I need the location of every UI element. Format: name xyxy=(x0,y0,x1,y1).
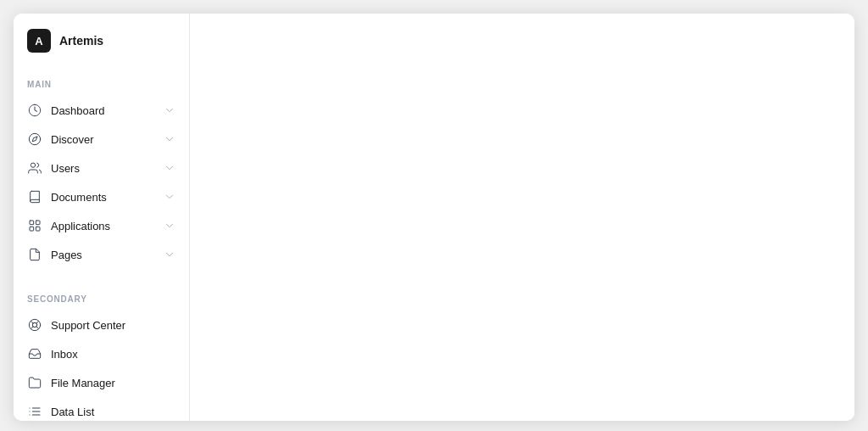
svg-rect-3 xyxy=(30,221,34,225)
app-window: A Artemis MAIN Dashboard xyxy=(14,14,854,421)
applications-icon xyxy=(27,218,42,233)
sidebar-item-inbox[interactable]: Inbox xyxy=(14,339,189,368)
file-manager-label: File Manager xyxy=(51,377,175,389)
svg-marker-1 xyxy=(32,137,37,142)
main-content xyxy=(190,14,854,421)
svg-rect-5 xyxy=(30,227,34,231)
logo-icon: A xyxy=(27,29,51,53)
discover-label: Discover xyxy=(51,133,155,146)
dashboard-label: Dashboard xyxy=(51,104,155,117)
sidebar-item-documents[interactable]: Documents xyxy=(14,182,189,211)
applications-chevron xyxy=(164,220,175,232)
sidebar-item-pages[interactable]: Pages xyxy=(14,240,189,269)
dashboard-chevron xyxy=(164,104,175,116)
secondary-section-label: SECONDARY xyxy=(14,289,189,311)
sidebar-item-dashboard[interactable]: Dashboard xyxy=(14,96,189,125)
users-icon xyxy=(27,160,42,176)
sidebar-item-file-manager[interactable]: File Manager xyxy=(14,368,189,397)
file-manager-icon xyxy=(27,375,42,390)
dashboard-icon xyxy=(27,103,42,118)
inbox-label: Inbox xyxy=(51,348,175,361)
svg-point-2 xyxy=(31,163,35,167)
discover-icon xyxy=(27,132,42,147)
svg-rect-6 xyxy=(36,227,40,231)
secondary-section: SECONDARY Support Center xyxy=(14,283,189,421)
users-chevron xyxy=(164,162,175,174)
sidebar-item-discover[interactable]: Discover xyxy=(14,125,189,154)
svg-point-0 xyxy=(29,133,40,144)
main-section-label: MAIN xyxy=(14,75,189,96)
svg-rect-4 xyxy=(36,221,40,225)
inbox-icon xyxy=(27,346,42,361)
pages-icon xyxy=(27,247,42,262)
sidebar-item-users[interactable]: Users xyxy=(14,154,189,182)
pages-label: Pages xyxy=(51,249,155,261)
pages-chevron xyxy=(164,249,175,260)
logo-area[interactable]: A Artemis xyxy=(14,14,189,68)
sidebar-item-data-list[interactable]: Data List xyxy=(14,397,189,421)
discover-chevron xyxy=(164,133,175,145)
documents-chevron xyxy=(164,191,175,203)
sidebar: A Artemis MAIN Dashboard xyxy=(14,14,190,421)
app-name: Artemis xyxy=(59,34,103,48)
sidebar-item-support-center[interactable]: Support Center xyxy=(14,311,189,339)
users-label: Users xyxy=(51,162,155,175)
support-center-label: Support Center xyxy=(51,319,175,332)
svg-line-9 xyxy=(31,321,33,323)
sidebar-item-applications[interactable]: Applications xyxy=(14,211,189,240)
data-list-icon xyxy=(27,404,42,419)
documents-label: Documents xyxy=(51,191,155,204)
svg-line-12 xyxy=(31,327,33,329)
svg-line-11 xyxy=(36,321,39,323)
data-list-label: Data List xyxy=(51,406,175,418)
support-icon xyxy=(27,317,42,333)
applications-label: Applications xyxy=(51,220,155,232)
svg-line-10 xyxy=(36,327,39,329)
main-section: MAIN Dashboard xyxy=(14,68,189,276)
documents-icon xyxy=(27,189,42,204)
